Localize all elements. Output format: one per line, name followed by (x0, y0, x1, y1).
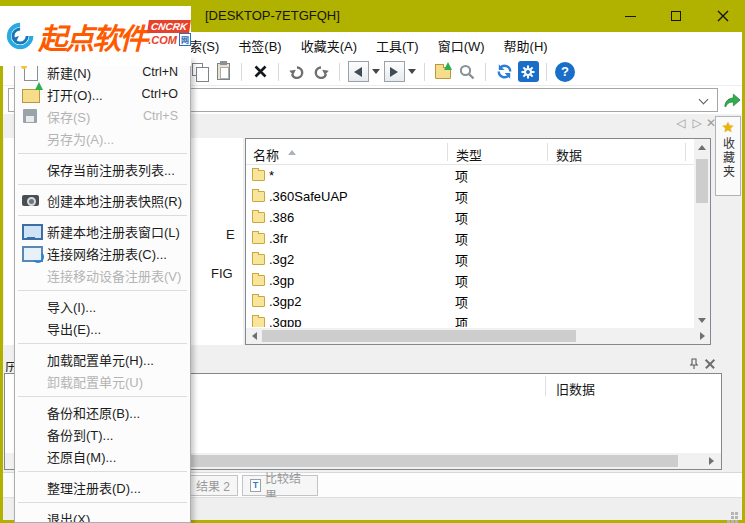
scrollbar-thumb[interactable] (696, 159, 708, 203)
cell-type: 项 (455, 313, 555, 327)
menu-item-label: 备份到(T)... (47, 425, 113, 444)
scrollbar-thumb[interactable] (262, 330, 576, 342)
menubar-item[interactable]: 收藏夹(A) (301, 36, 357, 55)
resize-grip-icon[interactable] (731, 512, 734, 515)
cell-type: 项 (455, 229, 555, 248)
toolbar-separator (424, 63, 425, 81)
tab-label: 结果 2 (196, 477, 230, 494)
menu-item[interactable]: 还原自(M)... (15, 445, 190, 467)
scroll-right-icon[interactable] (700, 332, 705, 340)
tree-item-fragment[interactable]: E (226, 227, 235, 242)
redo-button[interactable] (309, 60, 333, 84)
menu-item[interactable]: 保存(S)Ctrl+S (15, 105, 190, 127)
column-header-old-data[interactable]: 旧数据 (556, 379, 595, 398)
column-header-data[interactable]: 数据 (556, 145, 582, 164)
table-row[interactable]: .3g2项 (246, 249, 694, 270)
gear-icon (518, 61, 539, 82)
menu-item[interactable]: 加载配置单元(H)... (15, 348, 190, 370)
forward-button[interactable] (382, 60, 406, 84)
column-divider[interactable] (685, 143, 686, 161)
menubar-item[interactable]: 工具(T) (376, 36, 419, 55)
menu-separator (18, 153, 187, 154)
scroll-right-icon[interactable] (709, 457, 714, 465)
table-row[interactable]: .386项 (246, 207, 694, 228)
scroll-up-icon[interactable] (698, 145, 706, 150)
tree-item-fragment[interactable]: FIG (211, 266, 233, 281)
menu-item[interactable]: 保存当前注册表列表... (15, 158, 190, 180)
pin-icon (688, 358, 700, 370)
menubar-item[interactable]: 书签(B) (238, 36, 281, 55)
refresh-button[interactable] (492, 60, 516, 84)
tab-compare-results[interactable]: T 比较结果 (242, 475, 318, 496)
parent-folder-button[interactable] (431, 60, 455, 84)
back-dropdown-button[interactable] (370, 60, 382, 84)
maximize-button[interactable] (653, 0, 698, 32)
cell-name: .3gp2 (269, 294, 455, 309)
menu-item[interactable]: 连接网络注册表(C)... (15, 242, 190, 264)
search-button[interactable] (455, 60, 479, 84)
menu-item[interactable]: 导出(E)... (15, 317, 190, 339)
close-button[interactable] (700, 0, 745, 32)
menu-item[interactable]: 打开(O)...Ctrl+O (15, 83, 190, 105)
menu-item-label: 创建本地注册表快照(R) (47, 191, 182, 210)
watermark-brand: 起点软件 (38, 15, 146, 57)
column-header-name[interactable]: 名称 (253, 145, 279, 164)
menubar-item[interactable]: 帮助(H) (504, 36, 548, 55)
menu-item[interactable]: 新建本地注册表窗口(L) (15, 220, 190, 242)
save-floppy-icon (20, 107, 42, 125)
scroll-left-icon[interactable] (252, 332, 257, 340)
settings-button[interactable] (516, 60, 540, 84)
tab-scroll-back-button[interactable]: ◁ (674, 116, 688, 130)
menu-item[interactable]: 另存为(A)... (15, 127, 190, 149)
table-row[interactable]: *项 (246, 165, 694, 186)
vertical-scrollbar[interactable] (694, 139, 710, 328)
menu-item[interactable]: 备份和还原(B)... (15, 401, 190, 423)
cell-name: .3g2 (269, 252, 455, 267)
table-row[interactable]: .3gpp项 (246, 312, 694, 327)
cell-type: 项 (455, 166, 555, 185)
maximize-icon (671, 11, 681, 21)
history-close-button[interactable] (705, 359, 715, 369)
table-row[interactable]: .3gp项 (246, 270, 694, 291)
column-divider[interactable] (547, 143, 548, 161)
menu-item[interactable]: 连接移动设备注册表(V) (15, 264, 190, 286)
menu-item-label: 还原自(M)... (47, 447, 116, 466)
table-row[interactable]: .360SafeUAP项 (246, 186, 694, 207)
watermark-logo-icon (6, 12, 34, 60)
menu-item[interactable]: 卸载配置单元(U) (15, 370, 190, 392)
delete-button[interactable] (248, 60, 272, 84)
cell-name: * (269, 168, 455, 183)
back-button[interactable] (346, 60, 370, 84)
menu-item[interactable]: 创建本地注册表快照(R) (15, 189, 190, 211)
table-row[interactable]: .3gp2项 (246, 291, 694, 312)
forward-dropdown-button[interactable] (406, 60, 418, 84)
registry-key-list: 名称 类型 数据 *项.360SafeUAP项.386项.3fr项.3g2项.3… (245, 138, 711, 345)
favorites-panel-tab[interactable]: ★ 收藏夹 (715, 116, 741, 196)
menu-icon-placeholder (20, 160, 42, 178)
undo-button[interactable] (285, 60, 309, 84)
menu-item[interactable]: 导入(I)... (15, 295, 190, 317)
scrollbar-thumb[interactable] (186, 455, 678, 467)
scroll-down-icon[interactable] (698, 318, 706, 323)
menu-item-label: 导出(E)... (47, 319, 101, 338)
menu-item[interactable]: 备份到(T)... (15, 423, 190, 445)
menubar-item[interactable]: 索(S) (189, 36, 219, 55)
go-button[interactable] (721, 88, 743, 112)
go-arrow-icon (722, 91, 742, 109)
table-row[interactable]: .3fr项 (246, 228, 694, 249)
menu-item[interactable]: 退出(X) (15, 507, 190, 523)
minimize-button[interactable] (608, 0, 653, 32)
horizontal-scrollbar[interactable] (246, 328, 710, 344)
back-icon (348, 61, 369, 82)
column-divider (545, 376, 546, 396)
pin-button[interactable] (686, 356, 702, 372)
menu-item[interactable]: 整理注册表(D)... (15, 476, 190, 498)
help-button[interactable]: ? (553, 60, 577, 84)
menu-item-shortcut: Ctrl+O (142, 87, 182, 101)
menu-item-label: 打开(O)... (47, 85, 103, 104)
column-divider[interactable] (447, 143, 448, 161)
column-header-type[interactable]: 类型 (456, 145, 482, 164)
tab-scroll-forward-button[interactable]: ▷ (690, 116, 704, 130)
paste-button[interactable] (211, 60, 235, 84)
menubar-item[interactable]: 窗口(W) (438, 36, 485, 55)
